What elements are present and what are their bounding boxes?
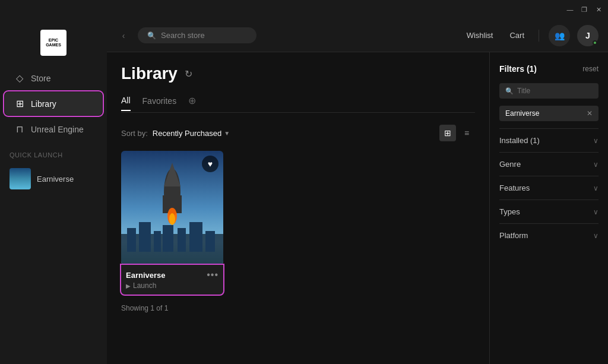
- maximize-button[interactable]: ❐: [580, 5, 589, 14]
- game-card-earniverse[interactable]: ♥ Earniverse ••• ▶ Launch: [121, 151, 223, 295]
- search-icon: 🔍: [147, 31, 156, 40]
- showing-count: Showing 1 of 1: [121, 304, 475, 312]
- tab-all[interactable]: All: [121, 96, 131, 111]
- filter-section-installed-header[interactable]: Installed (1) ∨: [499, 136, 598, 145]
- app-body: EPICGAMES ◇ Store ⊞ Library ⊓ Unreal Eng…: [0, 19, 608, 364]
- sidebar-item-label-unreal: Unreal Engine: [31, 125, 84, 134]
- filter-section-genre-header[interactable]: Genre ∨: [499, 160, 598, 169]
- game-info-earniverse: Earniverse ••• ▶ Launch: [121, 265, 223, 295]
- titlebar: — ❐ ✕: [0, 0, 608, 19]
- svg-rect-5: [163, 225, 173, 252]
- filter-tag-remove-button[interactable]: ✕: [587, 109, 593, 118]
- filter-section-features: Features ∨: [499, 176, 598, 200]
- filters-reset-button[interactable]: reset: [582, 65, 598, 73]
- page-header: Library ↻: [121, 64, 475, 83]
- game-more-button[interactable]: •••: [207, 270, 218, 280]
- list-view-button[interactable]: ≡: [458, 125, 475, 141]
- filter-types-label: Types: [499, 207, 520, 216]
- quick-launch-earniverse[interactable]: Earniverse: [0, 163, 107, 194]
- filter-platform-label: Platform: [499, 231, 528, 240]
- game-name-row: Earniverse •••: [126, 270, 218, 280]
- svg-rect-2: [127, 228, 136, 252]
- content-area: ‹ 🔍 Search store Wishlist Cart 👥 J Libra…: [107, 19, 608, 364]
- wishlist-link[interactable]: Wishlist: [462, 31, 498, 40]
- filter-genre-label: Genre: [499, 160, 521, 169]
- sort-left: Sort by: Recently Purchased ▼: [121, 129, 230, 138]
- friends-icon: 👥: [555, 31, 565, 40]
- svg-rect-4: [154, 231, 161, 252]
- launch-label: Launch: [133, 281, 156, 290]
- filter-section-types-header[interactable]: Types ∨: [499, 207, 598, 216]
- content-inner: Library ↻ All Favorites ⊕ Sort by: Recen…: [107, 52, 608, 364]
- play-icon: ▶: [126, 283, 131, 289]
- search-bar[interactable]: 🔍 Search store: [138, 27, 256, 43]
- sidebar-item-store[interactable]: ◇ Store: [5, 67, 102, 90]
- filter-installed-chevron-icon: ∨: [593, 137, 598, 145]
- filter-genre-chevron-icon: ∨: [593, 160, 598, 169]
- cart-link[interactable]: Cart: [505, 31, 529, 40]
- topbar: ‹ 🔍 Search store Wishlist Cart 👥 J: [107, 19, 608, 52]
- sort-dropdown[interactable]: Recently Purchased ▼: [153, 129, 230, 138]
- add-tab-button[interactable]: ⊕: [188, 95, 196, 111]
- close-button[interactable]: ✕: [594, 5, 603, 14]
- back-button[interactable]: ‹: [116, 29, 131, 43]
- unreal-icon: ⊓: [14, 124, 25, 135]
- friends-button[interactable]: 👥: [549, 25, 570, 46]
- filter-title-input[interactable]: [517, 87, 593, 95]
- page-title: Library: [121, 64, 178, 83]
- filter-search-bar[interactable]: 🔍: [499, 83, 598, 99]
- grid-icon: ⊞: [444, 128, 451, 138]
- sort-chevron-icon: ▼: [224, 130, 230, 137]
- filter-features-chevron-icon: ∨: [593, 184, 598, 192]
- svg-rect-6: [178, 228, 186, 252]
- epic-logo-text: EPICGAMES: [46, 38, 61, 47]
- filter-platform-chevron-icon: ∨: [593, 232, 598, 240]
- library-icon: ⊞: [14, 98, 25, 109]
- quick-launch-label: QUICK LAUNCH: [0, 142, 107, 163]
- view-toggle: ⊞ ≡: [439, 125, 475, 141]
- search-placeholder: Search store: [161, 31, 205, 40]
- avatar-label: J: [585, 31, 590, 40]
- sidebar-item-label-library: Library: [31, 99, 56, 109]
- filter-types-chevron-icon: ∨: [593, 208, 598, 216]
- game-launch-button[interactable]: ▶ Launch: [126, 281, 218, 290]
- earniverse-thumb-bg: [10, 168, 31, 189]
- grid-view-button[interactable]: ⊞: [439, 125, 456, 141]
- topbar-divider: [539, 30, 539, 42]
- sidebar: EPICGAMES ◇ Store ⊞ Library ⊓ Unreal Eng…: [0, 19, 107, 364]
- sort-value-text: Recently Purchased: [153, 129, 221, 138]
- filter-section-genre: Genre ∨: [499, 152, 598, 176]
- svg-rect-8: [205, 231, 215, 252]
- avatar-button[interactable]: J: [577, 25, 598, 46]
- filters-header: Filters (1) reset: [499, 64, 598, 74]
- svg-rect-3: [139, 222, 151, 252]
- main-content: Library ↻ All Favorites ⊕ Sort by: Recen…: [107, 52, 489, 364]
- filter-search-icon: 🔍: [505, 87, 514, 95]
- refresh-button[interactable]: ↻: [185, 68, 192, 80]
- tabs-row: All Favorites ⊕: [121, 95, 475, 113]
- filter-section-installed: Installed (1) ∨: [499, 128, 598, 152]
- filter-section-platform: Platform ∨: [499, 223, 598, 247]
- game-name: Earniverse: [126, 271, 166, 280]
- epic-logo-container: EPICGAMES: [0, 24, 107, 65]
- sidebar-item-unreal[interactable]: ⊓ Unreal Engine: [5, 118, 102, 141]
- filters-panel: Filters (1) reset 🔍 Earniverse ✕ Install…: [489, 52, 608, 364]
- filter-tag-text: Earniverse: [505, 109, 539, 118]
- online-indicator: [593, 40, 597, 45]
- store-icon: ◇: [14, 72, 25, 84]
- tab-favorites[interactable]: Favorites: [142, 96, 177, 110]
- sidebar-item-library[interactable]: ⊞ Library: [5, 92, 102, 115]
- filter-section-features-header[interactable]: Features ∨: [499, 183, 598, 192]
- filters-title: Filters (1): [499, 64, 537, 74]
- svg-rect-7: [189, 222, 202, 252]
- filter-installed-label: Installed (1): [499, 136, 540, 145]
- sort-row: Sort by: Recently Purchased ▼ ⊞ ≡: [121, 125, 475, 141]
- filter-section-platform-header[interactable]: Platform ∨: [499, 231, 598, 240]
- filter-features-label: Features: [499, 183, 530, 192]
- filter-section-types: Types ∨: [499, 200, 598, 223]
- quick-launch-earniverse-label: Earniverse: [37, 175, 74, 183]
- wishlist-heart-button[interactable]: ♥: [202, 156, 218, 172]
- minimize-button[interactable]: —: [565, 5, 575, 14]
- sidebar-item-label-store: Store: [31, 74, 50, 83]
- game-thumbnail-earniverse: ♥: [121, 151, 223, 265]
